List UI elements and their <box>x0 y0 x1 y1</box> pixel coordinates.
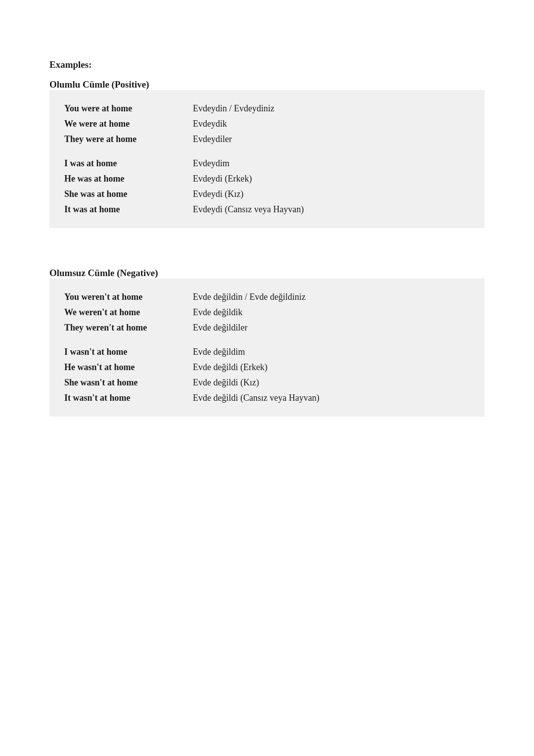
negative-group1: You weren't at home Evde değildin / Evde… <box>64 289 470 335</box>
turkish-text: Evdeydik <box>193 119 227 129</box>
table-row: They weren't at home Evde değildiler <box>64 320 470 335</box>
positive-group1: You were at home Evdeydin / Evdeydiniz W… <box>64 101 470 147</box>
turkish-text: Evde değildiler <box>193 323 247 333</box>
english-text: It wasn't at home <box>64 393 193 403</box>
turkish-text: Evde değildim <box>193 347 245 357</box>
english-text: She wasn't at home <box>64 378 193 388</box>
spacer <box>64 335 470 344</box>
english-text: You were at home <box>64 103 193 114</box>
positive-title: Olumlu Cümle (Positive) <box>49 79 485 90</box>
table-row: You were at home Evdeydin / Evdeydiniz <box>64 101 470 116</box>
turkish-text: Evdeydi (Kız) <box>193 189 243 199</box>
english-text: I was at home <box>64 158 193 169</box>
english-text: You weren't at home <box>64 292 193 302</box>
turkish-text: Evde değildik <box>193 307 242 318</box>
positive-group2: I was at home Evdeydim He was at home Ev… <box>64 156 470 217</box>
table-row: I was at home Evdeydim <box>64 156 470 171</box>
table-row: I wasn't at home Evde değildim <box>64 344 470 360</box>
turkish-text: Evdeydi (Erkek) <box>193 174 252 184</box>
page-container: Examples: Olumlu Cümle (Positive) You we… <box>0 0 534 456</box>
spacer <box>64 147 470 156</box>
table-row: She was at home Evdeydi (Kız) <box>64 187 470 202</box>
examples-label: Examples: <box>49 59 485 70</box>
table-row: It was at home Evdeydi (Cansız veya Hayv… <box>64 202 470 217</box>
turkish-text: Evde değildi (Kız) <box>193 378 259 388</box>
table-row: He was at home Evdeydi (Erkek) <box>64 171 470 187</box>
english-text: She was at home <box>64 189 193 199</box>
spacer-between-sections <box>49 228 485 268</box>
table-row: It wasn't at home Evde değildi (Cansız v… <box>64 390 470 406</box>
positive-table: You were at home Evdeydin / Evdeydiniz W… <box>49 90 485 228</box>
english-text: I wasn't at home <box>64 347 193 357</box>
english-text: We weren't at home <box>64 307 193 318</box>
positive-section: Olumlu Cümle (Positive) You were at home… <box>49 79 485 228</box>
turkish-text: Evdeydi (Cansız veya Hayvan) <box>193 204 304 215</box>
table-row: We were at home Evdeydik <box>64 116 470 132</box>
turkish-text: Evdeydim <box>193 158 229 169</box>
turkish-text: Evdeydin / Evdeydiniz <box>193 103 274 114</box>
table-row: He wasn't at home Evde değildi (Erkek) <box>64 360 470 375</box>
turkish-text: Evde değildin / Evde değildiniz <box>193 292 306 302</box>
english-text: They weren't at home <box>64 323 193 333</box>
table-row: We weren't at home Evde değildik <box>64 305 470 320</box>
table-row: They were at home Evdeydiler <box>64 132 470 147</box>
turkish-text: Evde değildi (Cansız veya Hayvan) <box>193 393 319 403</box>
english-text: They were at home <box>64 134 193 144</box>
table-row: You weren't at home Evde değildin / Evde… <box>64 289 470 305</box>
turkish-text: Evdeydiler <box>193 134 232 144</box>
english-text: We were at home <box>64 119 193 129</box>
table-row: She wasn't at home Evde değildi (Kız) <box>64 375 470 390</box>
english-text: He wasn't at home <box>64 362 193 373</box>
negative-table: You weren't at home Evde değildin / Evde… <box>49 279 485 417</box>
turkish-text: Evde değildi (Erkek) <box>193 362 267 373</box>
english-text: It was at home <box>64 204 193 215</box>
negative-section: Olumsuz Cümle (Negative) You weren't at … <box>49 268 485 417</box>
negative-group2: I wasn't at home Evde değildim He wasn't… <box>64 344 470 406</box>
english-text: He was at home <box>64 174 193 184</box>
negative-title: Olumsuz Cümle (Negative) <box>49 268 485 279</box>
